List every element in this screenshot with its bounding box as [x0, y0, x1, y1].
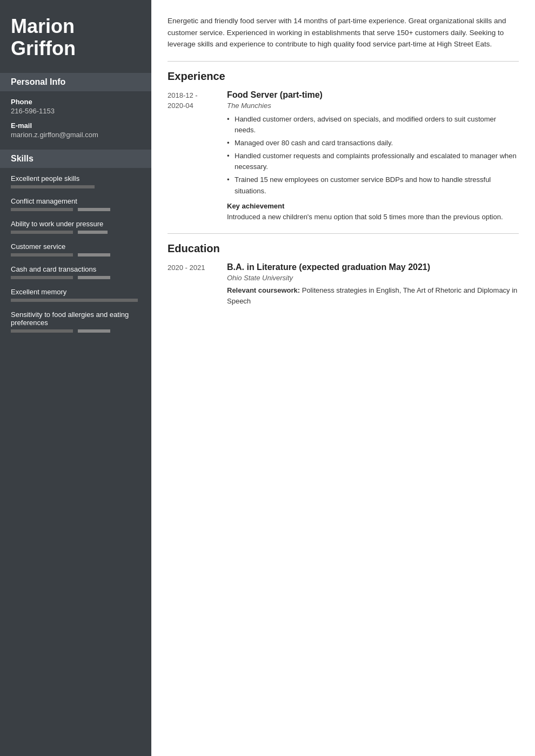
skill-bar [11, 231, 141, 234]
experience-container: 2018-12 - 2020-04Food Server (part-time)… [168, 90, 519, 222]
skill-item: Excellent people skills [11, 174, 141, 188]
email-label: E-mail [11, 122, 141, 130]
divider-education [168, 233, 519, 234]
skills-section: Excellent people skillsConflict manageme… [0, 174, 151, 352]
skill-item: Sensitivity to food allergies and eating… [11, 310, 141, 333]
skill-bar [11, 329, 141, 333]
skill-item: Conflict management [11, 197, 141, 211]
email-value: marion.z.girffon@gmail.com [11, 131, 141, 139]
experience-block: 2018-12 - 2020-04Food Server (part-time)… [168, 90, 519, 222]
edu-degree: B.A. in Literature (expected graduation … [227, 262, 519, 272]
skill-name: Ability to work under pressure [11, 220, 141, 228]
edu-coursework: Relevant coursework: Politeness strategi… [227, 285, 519, 307]
exp-title: Food Server (part-time) [227, 90, 519, 100]
exp-bullet: Handled customer requests and complaints… [227, 151, 519, 172]
skill-name: Sensitivity to food allergies and eating… [11, 310, 141, 327]
edu-school: Ohio State University [227, 274, 519, 282]
skill-name: Conflict management [11, 197, 141, 205]
edu-date: 2020 - 2021 [168, 262, 216, 307]
exp-bullets: Handled customer orders, advised on spec… [227, 114, 519, 197]
key-achievement-label: Key achievement [227, 202, 519, 210]
skill-bar [11, 276, 141, 279]
phone-value: 216-596-1153 [11, 107, 141, 115]
exp-bullet: Managed over 80 cash and card transactio… [227, 138, 519, 148]
divider-experience [168, 61, 519, 62]
phone-label: Phone [11, 98, 141, 106]
education-container: 2020 - 2021B.A. in Literature (expected … [168, 262, 519, 307]
skill-bar [11, 208, 141, 211]
skill-item: Excellent memory [11, 288, 141, 302]
education-block: 2020 - 2021B.A. in Literature (expected … [168, 262, 519, 307]
personal-info-section: Phone 216-596-1153 E-mail marion.z.girff… [0, 98, 151, 150]
exp-content: Food Server (part-time)The MunchiesHandl… [227, 90, 519, 222]
sidebar: Marion Griffon Personal Info Phone 216-5… [0, 0, 151, 756]
skill-item: Cash and card transactions [11, 265, 141, 279]
main-content: Energetic and friendly food server with … [151, 0, 535, 756]
candidate-name: Marion Griffon [11, 15, 141, 60]
skill-bar [11, 299, 141, 302]
education-section-title: Education [168, 242, 519, 255]
skill-item: Customer service [11, 242, 141, 256]
exp-company: The Munchies [227, 102, 519, 110]
skill-bar [11, 253, 141, 256]
edu-content: B.A. in Literature (expected graduation … [227, 262, 519, 307]
skill-name: Cash and card transactions [11, 265, 141, 273]
exp-bullet: Handled customer orders, advised on spec… [227, 114, 519, 136]
name-block: Marion Griffon [0, 0, 151, 73]
exp-bullet: Trained 15 new employees on customer ser… [227, 174, 519, 196]
experience-section-title: Experience [168, 70, 519, 83]
exp-date: 2018-12 - 2020-04 [168, 90, 216, 222]
skill-name: Excellent people skills [11, 174, 141, 183]
summary-text: Energetic and friendly food server with … [168, 15, 519, 50]
skills-header: Skills [0, 150, 151, 168]
skill-name: Excellent memory [11, 288, 141, 296]
skill-name: Customer service [11, 242, 141, 251]
skill-item: Ability to work under pressure [11, 220, 141, 234]
key-achievement-text: Introduced a new children's menu option … [227, 212, 519, 222]
personal-info-header: Personal Info [0, 73, 151, 91]
skill-bar [11, 185, 141, 188]
